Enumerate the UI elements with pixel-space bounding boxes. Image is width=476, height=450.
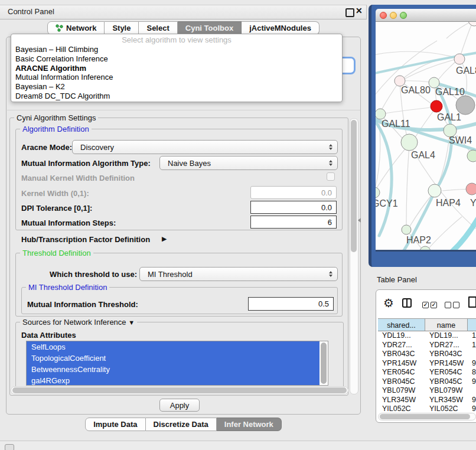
aracne-mode-combobox[interactable]: Discovery	[72, 140, 338, 154]
panel-corner-icon[interactable]	[5, 444, 14, 450]
network-window-titlebar[interactable]	[376, 9, 476, 22]
bottom-tab-infer-network[interactable]: Infer Network	[217, 418, 282, 431]
algorithm-dropdown-placeholder: Select algorithm to view settings	[11, 34, 342, 45]
table-cell: YBR043C	[378, 350, 425, 359]
checked-checkbox-icon[interactable]: ✓	[431, 302, 437, 308]
node-HAP2[interactable]	[402, 225, 411, 234]
bottom-tab-impute-data[interactable]: Impute Data	[85, 418, 145, 431]
expanded-arrow-icon[interactable]: ▼	[128, 319, 135, 326]
table-row[interactable]: YBR045CYBR045C9.	[378, 377, 476, 387]
mi-threshold-field[interactable]: 0.5	[248, 297, 334, 311]
which-threshold-combobox[interactable]: MI Threshold	[139, 267, 338, 281]
traffic-light-minimize-icon[interactable]	[390, 12, 397, 19]
table-row[interactable]: YDL19...YDL19...13	[378, 331, 476, 341]
aracne-mode-label: Aracne Mode:	[21, 143, 72, 152]
dpi-tolerance-field[interactable]: 0.0	[250, 201, 337, 214]
node-HAP4[interactable]	[428, 184, 441, 197]
bottom-tab-bar: Impute DataDiscretize DataInfer Network	[0, 418, 367, 431]
mi-threshold-label: Mutual Information Threshold:	[27, 300, 138, 309]
table-cell: YLR345W	[378, 396, 425, 405]
table-panel-title: Table Panel	[377, 275, 417, 284]
column-header-shared[interactable]: shared...	[378, 318, 425, 331]
combo-stepper-icon	[329, 144, 332, 150]
node-pink-right[interactable]	[466, 183, 476, 195]
list-scrollbar-thumb[interactable]	[321, 343, 327, 384]
tab-select[interactable]: Select	[139, 21, 177, 35]
table-row[interactable]: YER054CYER054C8.	[378, 368, 476, 377]
column-header-a[interactable]: A	[468, 318, 476, 331]
algorithm-option-bayesian-k2[interactable]: Bayesian – K2	[11, 82, 342, 92]
gear-icon[interactable]: ⚙	[383, 297, 394, 309]
table-body: YDL19...YDL19...13YDR27...YDR27...12YBR0…	[378, 331, 476, 414]
columns-icon[interactable]	[402, 298, 412, 308]
page-icon[interactable]	[468, 296, 476, 308]
table-cell	[468, 350, 476, 359]
node-right-green[interactable]	[467, 150, 476, 162]
checked-checkbox-icon[interactable]: ✓	[422, 302, 429, 308]
tab-jactivemnodules[interactable]: jActiveMNodules	[242, 21, 319, 35]
algorithm-option-dream8-dc-tdc-algorithm[interactable]: Dream8 DC_TDC Algorithm	[11, 92, 342, 101]
table-row[interactable]: YDR27...YDR27...12	[378, 341, 476, 350]
collapsed-arrow-icon[interactable]: ▶	[162, 235, 167, 243]
traffic-light-close-icon[interactable]	[380, 12, 387, 19]
table-row[interactable]: YPR145WYPR145W9.	[378, 359, 476, 369]
panel-separator	[7, 110, 360, 110]
tab-label: Cyni Toolbox	[185, 24, 233, 32]
settings-hscrollbar-thumb[interactable]	[12, 387, 347, 393]
table-row[interactable]: YBL079WYBL079W	[378, 386, 476, 396]
table-row[interactable]: YLR345WYLR345W9.	[378, 396, 476, 405]
algorithm-option-mutual-information-inference[interactable]: Mutual Information Inference	[11, 73, 342, 82]
table-cell: YBR043C	[425, 350, 468, 359]
table-hscrollbar-thumb[interactable]	[380, 414, 470, 419]
attribute-item-topologicalcoefficient[interactable]: TopologicalCoefficient	[27, 353, 319, 364]
unchecked-checkbox-icon[interactable]	[445, 302, 451, 308]
node-label-gal80: GAL80	[401, 85, 431, 95]
manual-kernel-width-checkbox[interactable]	[327, 172, 335, 181]
sources-title: Sources for Network Inference ▼	[20, 318, 137, 327]
settings-vscrollbar-thumb[interactable]	[351, 120, 357, 252]
bottom-strip	[0, 441, 476, 450]
tab-cyni-toolbox[interactable]: Cyni Toolbox	[178, 21, 242, 35]
node-GAL4[interactable]	[401, 134, 418, 151]
network-edge-highlighted	[449, 218, 476, 250]
mi-algorithm-type-combobox[interactable]: Naive Bayes	[159, 156, 338, 170]
table-row[interactable]: YBR043CYBR043C	[378, 350, 476, 359]
network-edge	[384, 107, 436, 113]
splitter-handle[interactable]	[358, 218, 361, 223]
mi-steps-field[interactable]: 6	[250, 216, 337, 229]
mi-algorithm-type-label: Mutual Information Algorithm Type:	[21, 159, 151, 168]
node-label-y: Y	[470, 198, 476, 208]
data-attributes-listbox[interactable]: SelfLoopsTopologicalCoefficientBetweenne…	[26, 341, 328, 386]
table-cell	[468, 386, 476, 396]
apply-button[interactable]: Apply	[159, 399, 200, 412]
attribute-item-selfloops[interactable]: SelfLoops	[27, 341, 319, 353]
node-GAL11[interactable]	[376, 109, 386, 119]
network-edge-highlighted	[376, 118, 392, 236]
algorithm-option-basic-correlation-inference[interactable]: Basic Correlation Inference	[11, 54, 342, 64]
kernel-width-field: 0.0	[250, 186, 337, 199]
tab-network[interactable]: Network	[47, 21, 105, 35]
attribute-item-betweennesscentrality[interactable]: BetweennessCentrality	[27, 364, 319, 375]
tab-label: Impute Data	[93, 420, 137, 429]
node-GAL1[interactable]	[431, 100, 442, 112]
traffic-light-zoom-icon[interactable]	[400, 12, 407, 19]
algorithm-option-aracne-algorithm[interactable]: ARACNE Algorithm	[11, 64, 342, 73]
close-icon[interactable]: ✕	[356, 6, 363, 15]
node-top-partial[interactable]	[468, 22, 476, 26]
table-panel: ⚙ ✓ ✓ shared...nameA YDL19...YDL19...13Y…	[376, 289, 476, 423]
node-pink-upper[interactable]	[454, 54, 465, 64]
node-GCY1[interactable]	[376, 187, 380, 198]
algorithm-option-bayesian-hill-climbing[interactable]: Bayesian – Hill Climbing	[11, 45, 342, 54]
attribute-item-gal4rgexp[interactable]: gal4RGexp	[27, 375, 319, 386]
node-bottom-partial[interactable]	[420, 246, 431, 250]
control-panel-titlebar	[0, 5, 367, 19]
bottom-tab-discretize-data[interactable]: Discretize Data	[146, 418, 217, 431]
table-cell: YER054C	[425, 368, 468, 377]
network-canvas[interactable]: GAL8GAL80GAL10GAL1GAL11SWI4GAL4GCY1HAP4Y…	[376, 22, 476, 252]
float-panel-icon[interactable]	[345, 8, 354, 17]
column-header-name[interactable]: name	[425, 318, 468, 331]
table-cell: 12	[468, 341, 476, 350]
table-cell: 9.	[468, 359, 476, 369]
tab-style[interactable]: Style	[105, 21, 139, 35]
unchecked-checkbox-icon[interactable]	[453, 302, 459, 308]
